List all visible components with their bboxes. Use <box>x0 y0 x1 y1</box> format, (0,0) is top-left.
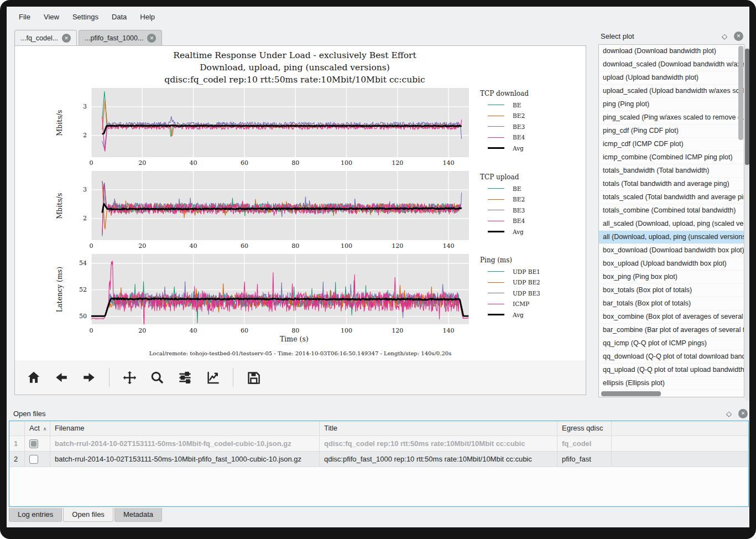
plot-list-item[interactable]: all_scaled (Download, upload, ping (scal… <box>599 217 744 231</box>
plot-list-item[interactable]: all (Download, upload, ping (unscaled ve… <box>599 231 744 244</box>
customize-plot-icon[interactable] <box>205 370 220 385</box>
plot-list-item[interactable]: box_upload (Upload bandwidth box plot) <box>599 257 744 271</box>
legend-label: ICMP <box>513 300 529 307</box>
menu-item-file[interactable]: File <box>12 10 37 24</box>
plot-list-item[interactable]: ping_cdf (Ping CDF plot) <box>599 125 744 138</box>
plot-list-item[interactable]: bar_combine (Bar plot of averages of sev… <box>599 324 744 337</box>
column-header-title: Title <box>320 421 557 436</box>
scrollbar-thumb[interactable] <box>601 391 661 396</box>
plot-list-item[interactable]: qq_icmp (Q-Q plot of ICMP pings) <box>599 337 744 350</box>
plot-list-item[interactable]: box_ping (Ping box plot) <box>599 271 744 284</box>
legend-title: TCP upload <box>480 173 578 181</box>
dock-float-icon[interactable]: ◇ <box>726 410 732 418</box>
back-arrow-icon[interactable] <box>54 370 69 385</box>
legend-line-sample <box>488 231 504 232</box>
column-header-act[interactable]: Act∧ <box>25 421 50 436</box>
legend-line-sample <box>488 105 504 105</box>
x-tick-label: 0 <box>81 327 101 334</box>
document-tab-1[interactable]: ...fq_codel...✕ <box>14 30 77 45</box>
title-cell: qdisc:fq_codel rep:10 rtt:50ms rate:10Mb… <box>320 436 557 452</box>
plot-list-item[interactable]: qq_upload (Q-Q plot of total upload band… <box>599 364 744 377</box>
plot-list-item[interactable]: qq_download (Q-Q plot of total download … <box>599 350 744 364</box>
plot-list-item[interactable]: download_scaled (Download bandwidth w/ax… <box>599 58 744 71</box>
legend-label: BE2 <box>513 196 525 203</box>
bottom-tab-open-files[interactable]: Open files <box>63 508 113 522</box>
y-axis-label: Latency (ms) <box>55 266 64 312</box>
home-icon[interactable] <box>26 370 41 385</box>
plot-list-vertical-scrollbar[interactable] <box>738 46 743 378</box>
x-tick-label: 100 <box>336 159 356 167</box>
x-tick-label: 20 <box>132 159 152 167</box>
active-checkbox-cell[interactable] <box>25 436 50 452</box>
open-files-row[interactable]: 2batch-rrul-2014-10-02T153111-50ms-10Mbi… <box>9 452 748 467</box>
plot-list-item[interactable]: download (Download bandwidth plot) <box>599 45 744 58</box>
active-checkbox[interactable] <box>29 439 38 448</box>
subplots-config-icon[interactable] <box>178 370 192 385</box>
menu-item-data[interactable]: Data <box>105 10 133 24</box>
active-checkbox[interactable] <box>29 455 38 464</box>
plot-list-item[interactable]: totals_bandwidth (Total bandwidth) <box>599 164 744 178</box>
plot-list-item[interactable]: totals_scaled (Total bandwidth and avera… <box>599 191 744 204</box>
active-checkbox-cell[interactable] <box>25 452 50 467</box>
tab-close-icon[interactable]: ✕ <box>62 34 71 43</box>
legend-entry: BE3 <box>473 205 578 216</box>
open-files-row[interactable]: 1batch-rrul-2014-10-02T153111-50ms-10Mbi… <box>9 436 748 452</box>
open-files-table: Act∧FilenameTitleEgress qdisc1batch-rrul… <box>9 421 749 507</box>
legend-label: Avg <box>513 145 524 152</box>
dock-close-icon[interactable]: ✕ <box>738 409 748 418</box>
y-tick-label: 3 <box>69 103 87 110</box>
plot-list-item[interactable]: totals (Total bandwidth and average ping… <box>599 178 744 191</box>
tab-label: ...pfifo_fast_1000... <box>85 34 143 42</box>
plot-list-item[interactable]: box_combine (Box plot of averages of sev… <box>599 310 744 324</box>
plot-list-item[interactable]: icmp_cdf (ICMP CDF plot) <box>599 138 744 151</box>
document-tab-2[interactable]: ...pfifo_fast_1000...✕ <box>79 30 162 45</box>
figure-caption: Local/remote: tohojo-testbed-01/testserv… <box>15 350 586 356</box>
y-tick-label: 50 <box>69 313 87 320</box>
menu-item-view[interactable]: View <box>37 10 66 24</box>
figure-title-line3: qdisc:fq_codel rep:10 rtt:50ms rate:10Mb… <box>15 75 575 85</box>
legend-ping: Ping (ms)UDP BE1UDP BE2UDP BE3ICMPAvg <box>473 256 578 320</box>
menu-item-settings[interactable]: Settings <box>66 10 105 24</box>
plot-list-item[interactable]: ping_scaled (Ping w/axes scaled to remov… <box>599 111 744 125</box>
plot-list-horizontal-scrollbar[interactable] <box>600 391 737 396</box>
save-icon[interactable] <box>246 370 261 385</box>
menu-item-help[interactable]: Help <box>133 10 161 24</box>
dock-float-icon[interactable]: ◇ <box>722 32 727 40</box>
plot-list-item[interactable]: ping (Ping plot) <box>599 98 744 111</box>
forward-arrow-icon[interactable] <box>81 370 96 385</box>
open-files-title: Open files <box>9 410 726 418</box>
legend-line-sample <box>488 199 504 200</box>
legend-label: Avg <box>513 229 524 235</box>
title-cell: qdisc:pfifo_fast_1000 rep:10 rtt:50ms ra… <box>320 452 557 467</box>
legend-line-sample <box>488 116 504 116</box>
pan-icon[interactable] <box>122 370 137 385</box>
dock-close-icon[interactable]: ✕ <box>734 32 743 41</box>
legend-line-sample <box>488 210 504 210</box>
legend-line-sample <box>488 304 504 304</box>
plot-list-item[interactable]: icmp_combine (Combined ICMP ping plot) <box>599 151 744 164</box>
x-tick-label: 40 <box>184 242 204 250</box>
subplot-ping <box>91 254 469 324</box>
tab-close-icon[interactable]: ✕ <box>147 34 156 43</box>
plot-list-item[interactable]: upload (Upload bandwidth plot) <box>599 71 744 85</box>
bottom-tab-log-entries[interactable]: Log entries <box>9 508 62 522</box>
plot-list-item[interactable]: ellipsis (Ellipsis plot) <box>599 377 744 390</box>
scrollbar-thumb[interactable] <box>738 46 743 140</box>
legend-entry: BE4 <box>473 216 578 227</box>
plot-list-item[interactable]: bar_totals (Box plot of totals) <box>599 297 744 310</box>
plot-list-item[interactable]: upload_scaled (Upload bandwidth w/axes s… <box>599 85 744 98</box>
y-tick-label: 3 <box>69 186 87 193</box>
plot-list-item[interactable]: box_totals (Box plot of totals) <box>599 284 744 297</box>
subplot-upload <box>91 171 469 240</box>
figure-canvas: Realtime Response Under Load - exclusive… <box>15 46 586 360</box>
bottom-tab-metadata[interactable]: Metadata <box>114 508 162 522</box>
subplot-download <box>91 88 469 157</box>
legend-label: BE <box>513 102 521 108</box>
plot-list-item[interactable]: totals_combine (Combined total bandwidth… <box>599 204 744 217</box>
y-tick-label: 2 <box>69 215 87 222</box>
egress-qdisc-cell: fq_codel <box>557 436 612 452</box>
scrollbar-thumb[interactable] <box>745 49 749 165</box>
dock-area-scrollbar[interactable] <box>745 48 749 401</box>
zoom-icon[interactable] <box>150 370 165 385</box>
plot-list-item[interactable]: box_download (Download bandwidth box plo… <box>599 244 744 257</box>
